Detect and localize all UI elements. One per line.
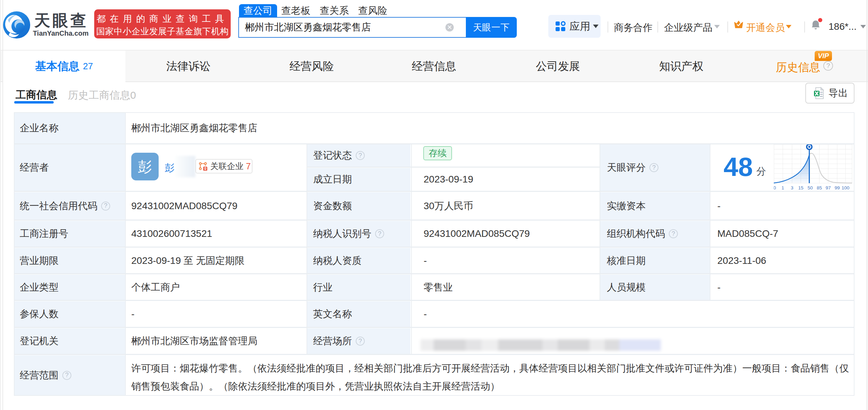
svg-text:50: 50 (807, 185, 813, 190)
svg-text:97: 97 (825, 185, 831, 190)
svg-text:3: 3 (791, 185, 794, 190)
svg-text:0: 0 (774, 185, 776, 190)
svg-text:15: 15 (798, 185, 803, 190)
svg-text:1: 1 (781, 185, 784, 190)
svg-text:85: 85 (817, 185, 822, 190)
svg-text:99: 99 (834, 185, 840, 190)
svg-text:100: 100 (842, 185, 850, 190)
